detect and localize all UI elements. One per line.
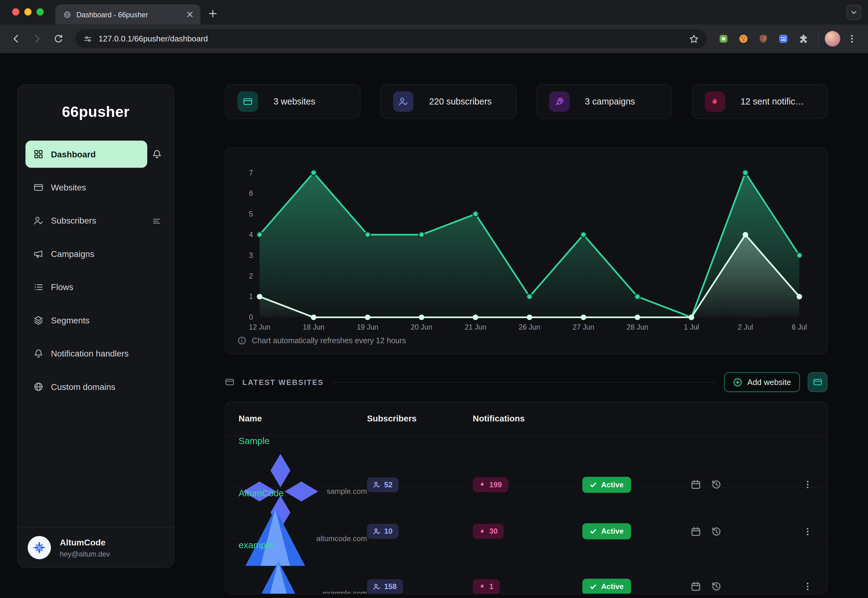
check-icon xyxy=(590,528,597,535)
sidebar-item-flows[interactable]: Flows xyxy=(25,274,166,301)
svg-text:3: 3 xyxy=(249,251,253,259)
col-notifications: Notifications xyxy=(473,414,583,424)
check-icon xyxy=(590,481,597,488)
window-zoom-button[interactable] xyxy=(36,8,43,15)
extension-cookie-icon[interactable] xyxy=(735,30,752,48)
sidebar-item-dashboard[interactable]: Dashboard xyxy=(25,141,147,168)
sidebar-item-subscribers[interactable]: Subscribers xyxy=(25,207,147,235)
chart-card: 0123456712 Jun18 Jun19 Jun20 Jun21 Jun26… xyxy=(225,147,828,354)
browser-tabstrip: Dashboard - 66pusher xyxy=(0,0,868,24)
subscribers-list-icon[interactable] xyxy=(147,216,166,225)
sidebar-item-notification-handlers[interactable]: Notification handlers xyxy=(25,340,166,367)
table-row: AltumCode altumcode.com 10 30 xyxy=(226,488,827,540)
stat-label: 12 sent notifications xyxy=(741,96,807,106)
stat-card-notifications: 12 sent notifications xyxy=(692,84,828,119)
history-icon[interactable] xyxy=(711,479,722,490)
browser-menu-icon[interactable] xyxy=(843,29,862,48)
history-icon[interactable] xyxy=(711,526,722,537)
svg-text:0: 0 xyxy=(249,313,253,321)
sidebar-item-campaigns[interactable]: Campaigns xyxy=(25,240,166,268)
extension-keyboard-icon[interactable] xyxy=(774,30,792,48)
row-menu-icon[interactable] xyxy=(803,582,813,592)
subscribers-badge: 52 xyxy=(367,477,399,492)
browser-tab[interactable]: Dashboard - 66pusher xyxy=(55,4,200,24)
add-website-label: Add website xyxy=(747,378,791,387)
extension-green-icon[interactable] xyxy=(715,30,732,48)
sidebar-item-label: Dashboard xyxy=(51,150,96,159)
svg-text:2 Jul: 2 Jul xyxy=(738,323,753,331)
svg-text:20 Jun: 20 Jun xyxy=(411,323,432,331)
address-bar[interactable]: 127.0.0.1/66pusher/dashboard xyxy=(75,29,707,48)
extension-shield-icon[interactable] xyxy=(754,30,772,48)
calendar-icon[interactable] xyxy=(690,581,701,592)
user-icon xyxy=(373,583,380,590)
svg-text:4: 4 xyxy=(249,231,253,239)
card-icon xyxy=(238,91,258,112)
sidebar-item-label: Campaigns xyxy=(51,249,94,259)
sidebar-item-segments[interactable]: Segments xyxy=(25,307,166,334)
flame-icon xyxy=(479,528,485,535)
info-icon xyxy=(238,336,247,345)
status-badge: Active xyxy=(583,477,631,493)
row-menu-icon[interactable] xyxy=(803,526,813,537)
user-icon xyxy=(373,481,380,488)
browser-toolbar: 127.0.0.1/66pusher/dashboard xyxy=(0,24,868,53)
user-name: AltumCode xyxy=(60,537,110,547)
sidebar-item-websites[interactable]: Websites xyxy=(25,174,166,201)
table-row: example example.com 158 1 xyxy=(226,540,827,592)
notifications-bell-icon[interactable] xyxy=(147,149,166,160)
svg-text:6 Jul: 6 Jul xyxy=(792,323,807,331)
user-check-icon xyxy=(33,215,43,226)
row-menu-icon[interactable] xyxy=(803,480,813,489)
extensions-puzzle-icon[interactable] xyxy=(795,30,812,48)
website-name-link[interactable]: example xyxy=(239,540,367,550)
back-button[interactable] xyxy=(6,29,25,48)
calendar-icon[interactable] xyxy=(690,479,701,490)
new-tab-button[interactable] xyxy=(205,6,220,21)
grid-icon xyxy=(33,149,43,160)
site-settings-icon[interactable] xyxy=(83,34,93,43)
subscribers-badge: 158 xyxy=(367,579,403,594)
svg-text:1 Jul: 1 Jul xyxy=(684,323,699,331)
calendar-icon[interactable] xyxy=(690,526,701,537)
toolbar-divider xyxy=(818,33,819,45)
bookmark-star-icon[interactable] xyxy=(689,33,699,44)
website-name-link[interactable]: AltumCode xyxy=(239,488,367,498)
screen: Dashboard - 66pusher 127.0.0.1/66pusher/… xyxy=(0,0,868,598)
latest-websites-header: LATEST WEBSITES Add website xyxy=(225,372,828,392)
tab-search-button[interactable] xyxy=(846,5,861,20)
profile-avatar[interactable] xyxy=(825,31,840,46)
sidebar-item-custom-domains[interactable]: Custom domains xyxy=(25,373,166,401)
sidebar-item-label: Subscribers xyxy=(51,216,96,226)
window-minimize-button[interactable] xyxy=(24,8,31,15)
reload-button[interactable] xyxy=(49,29,68,48)
notifications-badge: 199 xyxy=(473,477,508,492)
check-icon xyxy=(590,583,597,590)
svg-text:18 Jun: 18 Jun xyxy=(303,323,324,331)
flame-icon xyxy=(479,481,485,487)
svg-text:28 Jun: 28 Jun xyxy=(627,323,648,331)
stat-label: 3 campaigns xyxy=(585,96,635,106)
stat-cards: 3 websites 220 subscribers 3 campaigns xyxy=(225,84,828,119)
tab-favicon-icon xyxy=(63,10,72,19)
forward-button[interactable] xyxy=(28,29,47,48)
card-icon xyxy=(225,377,235,387)
tab-title: Dashboard - 66pusher xyxy=(76,10,180,19)
subscribers-badge: 10 xyxy=(367,524,399,539)
history-icon[interactable] xyxy=(711,581,722,592)
user-card[interactable]: AltumCode hey@altum.dev xyxy=(18,527,174,568)
checklist-icon xyxy=(33,282,43,293)
svg-text:21 Jun: 21 Jun xyxy=(465,323,486,331)
tab-close-icon[interactable] xyxy=(185,9,195,19)
website-name-link[interactable]: Sample xyxy=(239,436,367,446)
dashboard-page: 66pusher Dashboard Websites xyxy=(0,53,868,598)
websites-view-button[interactable] xyxy=(808,372,828,392)
add-website-button[interactable]: Add website xyxy=(724,372,800,392)
window-close-button[interactable] xyxy=(12,8,19,15)
svg-text:26 Jun: 26 Jun xyxy=(519,323,540,331)
svg-text:6: 6 xyxy=(249,189,253,197)
section-title: LATEST WEBSITES xyxy=(242,378,324,386)
url-text[interactable]: 127.0.0.1/66pusher/dashboard xyxy=(99,34,683,43)
sidebar-item-label: Flows xyxy=(51,282,73,292)
stat-card-websites: 3 websites xyxy=(225,84,360,119)
